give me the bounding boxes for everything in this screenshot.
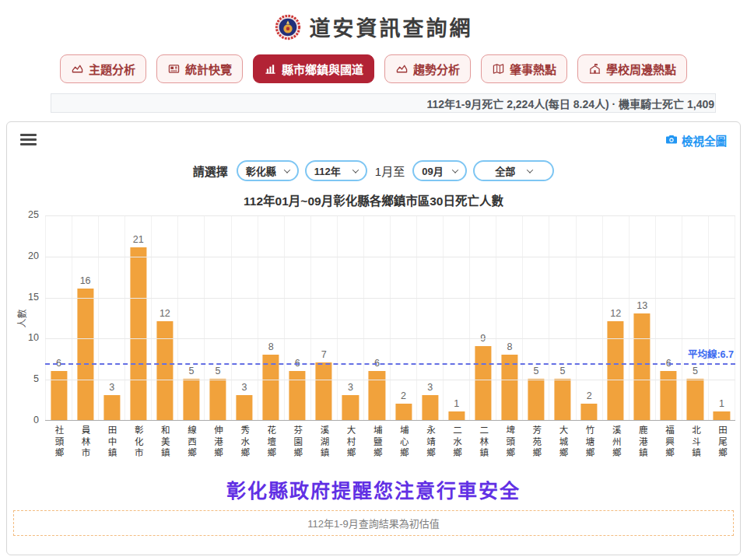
page: 道安資訊查詢網 主題分析統計快覽縣市鄉鎮與國道趨勢分析肇事熱點學校周邊熱點 11… bbox=[0, 0, 747, 560]
map-icon bbox=[492, 63, 505, 75]
nav-button-label: 縣市鄉鎮與國道 bbox=[282, 61, 363, 77]
bar bbox=[289, 371, 306, 420]
bar-slot: 5 bbox=[549, 215, 576, 420]
bar-slot: 8 bbox=[496, 215, 523, 420]
bar-chart-icon bbox=[264, 63, 277, 75]
y-axis-tick: 25 bbox=[9, 209, 39, 220]
bar bbox=[237, 395, 253, 420]
nav-button-county-township-national[interactable]: 縣市鄉鎮與國道 bbox=[253, 54, 374, 83]
year-select[interactable]: 112年 bbox=[305, 160, 367, 181]
bar bbox=[528, 379, 544, 420]
nav-button-stats-overview[interactable]: 統計快覽 bbox=[156, 54, 243, 83]
x-axis-tick-label: 竹塘鄉 bbox=[576, 425, 602, 460]
bar bbox=[634, 313, 651, 420]
bar bbox=[608, 321, 624, 420]
x-axis-tick-label: 埔心鄉 bbox=[390, 425, 416, 460]
bar-slot: 5 bbox=[178, 215, 205, 420]
bar bbox=[661, 371, 677, 420]
nav-button-label: 主題分析 bbox=[89, 61, 135, 77]
x-axis-tick-label: 伸港鄉 bbox=[205, 425, 231, 460]
bar bbox=[714, 411, 730, 420]
chevron-down-icon bbox=[352, 166, 359, 173]
nav-button-theme-analysis[interactable]: 主題分析 bbox=[60, 54, 146, 83]
bar-value-label: 1 bbox=[704, 398, 739, 409]
bar-slot: 12 bbox=[152, 215, 178, 420]
view-full-chart-button[interactable]: 檢視全圖 bbox=[665, 132, 727, 149]
filter-label: 請選擇 bbox=[193, 163, 228, 179]
bar bbox=[448, 411, 465, 420]
bar-slot: 3 bbox=[232, 215, 258, 420]
newspaper-icon bbox=[167, 63, 181, 75]
estimate-note: 112年1-9月查詢結果為初估值 bbox=[13, 510, 734, 536]
bar-value-label: 8 bbox=[254, 341, 289, 352]
bar-value-label: 1 bbox=[439, 398, 474, 409]
menu-icon[interactable] bbox=[20, 134, 37, 148]
bar bbox=[342, 395, 359, 420]
bar-value-label: 3 bbox=[333, 382, 368, 393]
camera-icon bbox=[665, 133, 678, 148]
bar-value-label: 12 bbox=[147, 308, 182, 319]
safety-message: 彰化縣政府提醒您注意行車安全 bbox=[7, 475, 740, 503]
bar-value-label: 8 bbox=[492, 341, 527, 352]
y-axis-tick: 15 bbox=[9, 292, 39, 303]
bar-slot: 3 bbox=[99, 215, 125, 420]
x-axis-tick-label: 溪州鄉 bbox=[602, 425, 629, 460]
chevron-down-icon bbox=[284, 166, 290, 173]
bar bbox=[581, 404, 598, 420]
x-axis-tick-label: 埤頭鄉 bbox=[496, 425, 523, 460]
month-select[interactable]: 09月 bbox=[412, 160, 467, 181]
county-select[interactable]: 彰化縣 bbox=[237, 160, 299, 181]
bar-value-label: 5 bbox=[200, 366, 235, 376]
gridline bbox=[45, 298, 735, 299]
bar-value-label: 3 bbox=[94, 382, 129, 393]
nav-button-trend-analysis[interactable]: 趨勢分析 bbox=[384, 54, 471, 83]
bar-slot: 13 bbox=[630, 215, 656, 420]
x-axis-tick-label: 二林鎮 bbox=[470, 425, 496, 460]
bar bbox=[554, 379, 570, 420]
gridline bbox=[45, 338, 735, 339]
ticker-text: 112年1-9月死亡 2,224人(每日 8.24人) · 機車騎士死亡 1,4… bbox=[426, 96, 714, 111]
nav-button-label: 肇事熱點 bbox=[510, 61, 556, 77]
nav-button-school-hotspot[interactable]: 學校周邊熱點 bbox=[577, 54, 687, 83]
bar-value-label: 3 bbox=[227, 382, 262, 393]
plot-area: 6163211255386736231985521213651 平均線:6.7 … bbox=[45, 215, 735, 421]
bar-value-label: 7 bbox=[307, 349, 342, 360]
panel-toolbar: 檢視全圖 bbox=[7, 122, 740, 149]
bar bbox=[156, 321, 173, 420]
month-range-text: 1月至 bbox=[375, 163, 405, 179]
bar-value-label: 13 bbox=[625, 300, 660, 311]
bar bbox=[395, 404, 412, 420]
x-axis-labels: 社頭鄉員林市田中鎮彰化市和美鎮線西鄉伸港鄉秀水鄉花壇鄉芬園鄉溪湖鎮大村鄉埔鹽鄉埔… bbox=[45, 421, 735, 460]
bar-slot: 1 bbox=[709, 215, 735, 420]
bar bbox=[422, 395, 438, 420]
bar-value-label: 5 bbox=[678, 366, 713, 376]
bar bbox=[475, 346, 491, 420]
x-axis-tick-label: 大城鄉 bbox=[549, 425, 576, 460]
chart-title: 112年01月~09月彰化縣各鄉鎮市區30日死亡人數 bbox=[7, 191, 740, 208]
bar-slot: 6 bbox=[46, 215, 72, 420]
x-axis-tick-label: 花壇鄉 bbox=[258, 425, 284, 460]
bar-slot: 5 bbox=[523, 215, 549, 420]
area-chart-icon bbox=[71, 63, 84, 75]
school-icon bbox=[588, 63, 601, 75]
nav-button-accident-hotspot[interactable]: 肇事熱點 bbox=[481, 54, 567, 83]
average-line-label: 平均線:6.7 bbox=[688, 346, 734, 361]
x-axis-tick-label: 線西鄉 bbox=[178, 425, 205, 460]
x-axis-tick-label: 芳苑鄉 bbox=[523, 425, 549, 460]
gridline bbox=[45, 257, 735, 257]
x-axis-tick-label: 田尾鄉 bbox=[709, 425, 735, 460]
x-axis-tick-label: 芬園鄉 bbox=[284, 425, 310, 460]
bar-slot: 3 bbox=[338, 215, 364, 420]
category-select[interactable]: 全部 bbox=[473, 160, 554, 181]
bar bbox=[51, 371, 67, 420]
nav-button-label: 趨勢分析 bbox=[413, 61, 460, 77]
bar bbox=[77, 289, 93, 420]
bar-slot: 8 bbox=[258, 215, 285, 420]
bar-value-label: 16 bbox=[68, 275, 103, 286]
bar-slot: 3 bbox=[417, 215, 444, 420]
gridline bbox=[45, 215, 735, 216]
x-axis-tick-label: 和美鎮 bbox=[151, 425, 177, 460]
bar bbox=[316, 362, 332, 420]
y-axis-tick: 5 bbox=[9, 373, 39, 384]
x-axis-tick-label: 秀水鄉 bbox=[231, 425, 258, 460]
